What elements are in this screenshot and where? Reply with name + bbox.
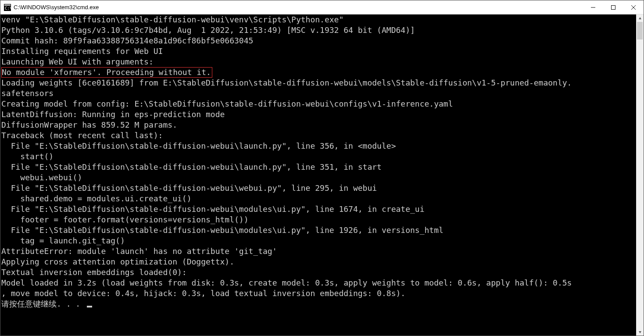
highlighted-line: No module 'xformers'. Proceeding without… [1,67,212,78]
terminal-line: shared.demo = modules.ui.create_ui() [1,193,636,204]
terminal-line: Installing requirements for Web UI [1,46,636,57]
terminal-line: Applying cross attention optimization (D… [1,257,636,267]
terminal-line: , move model to device: 0.4s, hijack: 0.… [1,288,636,299]
scroll-down-button[interactable] [636,328,644,336]
svg-rect-4 [612,5,615,9]
terminal-line: File "E:\StableDiffusion\stable-diffusio… [1,183,636,193]
terminal-line: 请按任意键继续. . . [1,299,636,309]
terminal-line: File "E:\StableDiffusion\stable-diffusio… [1,225,636,236]
terminal-line: tag = launch.git_tag() [1,236,636,246]
terminal-output[interactable]: venv "E:\StableDiffusion\stable-diffusio… [0,14,636,336]
vertical-scrollbar[interactable] [636,14,644,336]
client-area: venv "E:\StableDiffusion\stable-diffusio… [0,14,644,336]
terminal-line: File "E:\StableDiffusion\stable-diffusio… [1,204,636,214]
terminal-line: start() [1,151,636,162]
svg-marker-8 [639,331,641,333]
terminal-line: Python 3.10.6 (tags/v3.10.6:9c7b4bd, Aug… [1,25,636,36]
svg-rect-1 [4,4,11,6]
minimize-button[interactable] [583,0,603,14]
terminal-line: venv "E:\StableDiffusion\stable-diffusio… [1,14,636,25]
terminal-line: LatentDiffusion: Running in eps-predicti… [1,109,636,120]
terminal-line: Traceback (most recent call last): [1,130,636,141]
cursor [87,306,92,307]
terminal-line: Creating model from config: E:\StableDif… [1,99,636,109]
terminal-line: Loading weights [6ce0161689] from E:\Sta… [1,78,636,88]
svg-text:C:\: C:\ [5,6,11,11]
maximize-button[interactable] [603,0,623,14]
svg-marker-7 [639,17,641,19]
cmd-icon: C:\ [4,4,11,11]
close-button[interactable] [623,0,644,14]
terminal-line: File "E:\StableDiffusion\stable-diffusio… [1,141,636,151]
terminal-line: Textual inversion embeddings loaded(0): [1,267,636,278]
titlebar[interactable]: C:\ C:\WINDOWS\system32\cmd.exe [0,0,644,14]
terminal-line: safetensors [1,88,636,99]
scroll-thumb[interactable] [637,22,643,39]
cmd-window: C:\ C:\WINDOWS\system32\cmd.exe venv "E:… [0,0,644,336]
terminal-line: Model loaded in 3.2s (load weights from … [1,278,636,288]
terminal-line: Commit hash: 89f9faa63388756314e8a1d96cf… [1,36,636,46]
terminal-line: DiffusionWrapper has 859.52 M params. [1,120,636,130]
terminal-line: No module 'xformers'. Proceeding without… [1,67,636,78]
window-title: C:\WINDOWS\system32\cmd.exe [14,4,99,11]
scroll-up-button[interactable] [636,14,644,22]
terminal-line: footer = footer.format(versions=versions… [1,214,636,225]
terminal-line: File "E:\StableDiffusion\stable-diffusio… [1,162,636,172]
terminal-line: AttributeError: module 'launch' has no a… [1,246,636,257]
terminal-line: Launching Web UI with arguments: [1,57,636,67]
scroll-track[interactable] [636,22,644,328]
terminal-line: webui.webui() [1,172,636,183]
